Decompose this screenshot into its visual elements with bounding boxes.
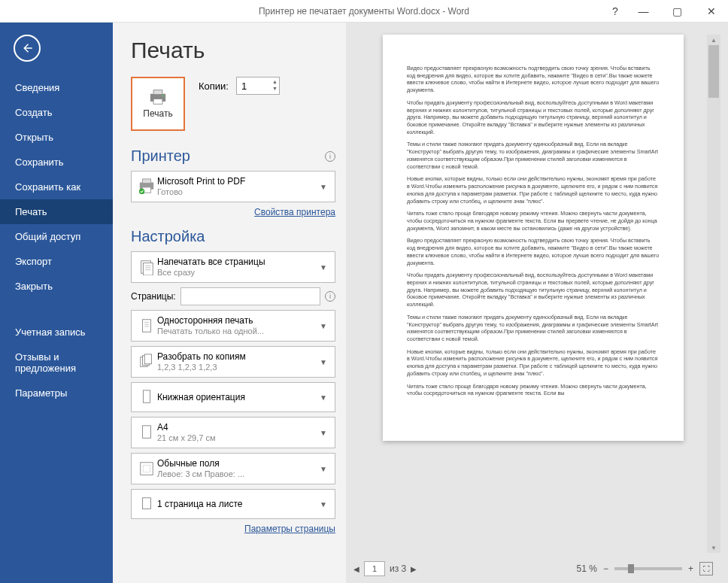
print-preview: Видео предоставляет прекрасную возможнос… (346, 23, 728, 583)
prev-page-button[interactable]: ◀ (353, 565, 359, 573)
pages-input[interactable] (180, 287, 320, 305)
zoom-label: 51 % (577, 563, 597, 574)
printer-status-icon (136, 178, 157, 195)
chevron-down-icon: ▼ (317, 263, 330, 272)
sidebar-item-feedback[interactable]: Отзывы и предложения (0, 345, 113, 381)
opt-title: Обычные поля (157, 458, 317, 469)
sides-dropdown[interactable]: Односторонняя печатьПечатать только на о… (131, 310, 335, 342)
printer-icon (147, 89, 168, 105)
settings-section-header: Настройка (131, 228, 205, 245)
svg-rect-21 (143, 426, 151, 439)
print-button-label: Печать (143, 108, 172, 119)
page-setup-link[interactable]: Параметры страницы (244, 524, 335, 534)
title-controls: ? — ▢ ✕ (559, 0, 728, 23)
copies-label: Копии: (199, 80, 229, 92)
svg-rect-22 (141, 463, 153, 475)
sidebar-item-share[interactable]: Общий доступ (0, 224, 113, 249)
opt-title: Напечатать все страницы (157, 257, 317, 267)
opt-title: Односторонняя печать (157, 315, 317, 326)
sidebar-item-saveas[interactable]: Сохранить как (0, 175, 113, 199)
opt-sub: Левое: 3 см Правое: ... (157, 469, 317, 479)
chevron-down-icon: ▼ (317, 322, 330, 330)
sidebar-item-new[interactable]: Создать (0, 100, 113, 125)
opt-sub: 1,2,3 1,2,3 1,2,3 (157, 363, 317, 372)
zoom-slider-knob[interactable] (628, 564, 634, 573)
print-what-dropdown[interactable]: Напечатать все страницыВсе сразу ▼ (131, 251, 335, 283)
sidebar-item-open[interactable]: Открыть (0, 125, 113, 150)
sidebar-item-info[interactable]: Сведения (0, 75, 113, 100)
portrait-icon (136, 389, 157, 405)
svg-rect-5 (143, 179, 151, 184)
sidebar-item-export[interactable]: Экспорт (0, 249, 113, 274)
page-title: Печать (131, 38, 335, 63)
svg-point-3 (162, 95, 164, 96)
backstage-sidebar: Сведения Создать Открыть Сохранить Сохра… (0, 23, 113, 583)
opt-title: Книжная ориентация (157, 392, 317, 402)
opt-sub: 21 см x 29,7 см (157, 433, 317, 443)
next-page-button[interactable]: ▶ (411, 565, 417, 573)
collate-icon (136, 354, 157, 370)
printer-section-header: Принтер (131, 147, 190, 165)
svg-rect-24 (143, 498, 151, 509)
spinner-arrows-icon[interactable]: ▲▼ (272, 78, 278, 92)
sidebar-item-options[interactable]: Параметры (0, 381, 113, 405)
sidebar-item-print[interactable]: Печать (0, 199, 113, 224)
page-count-label: из 3 (390, 563, 406, 574)
zoom-in-button[interactable]: + (688, 563, 693, 574)
info-icon[interactable]: i (325, 151, 335, 162)
collate-dropdown[interactable]: Разобрать по копиям1,2,3 1,2,3 1,2,3 ▼ (131, 346, 335, 378)
page-number-input[interactable]: 1 (364, 561, 385, 576)
back-button[interactable] (14, 35, 41, 62)
scroll-up-icon[interactable]: ▲ (707, 35, 720, 45)
preview-page: Видео предоставляет прекрасную возможнос… (383, 35, 684, 441)
opt-title: A4 (157, 422, 317, 433)
zoom-slider[interactable] (614, 567, 682, 570)
copies-input[interactable]: 1 ▲▼ (236, 77, 280, 95)
opt-title: 1 страница на листе (157, 499, 317, 509)
print-panel: Печать Печать Копии: 1 ▲▼ Принте (113, 23, 346, 583)
pages-all-icon (136, 259, 157, 275)
titlebar: Принтер не печатает документы Word.docx … (0, 0, 728, 23)
opt-title: Разобрать по копиям (157, 351, 317, 362)
svg-rect-2 (153, 99, 162, 105)
one-sided-icon (136, 317, 157, 334)
orientation-dropdown[interactable]: Книжная ориентация ▼ (131, 382, 335, 412)
svg-rect-20 (143, 390, 150, 403)
sidebar-item-save[interactable]: Сохранить (0, 150, 113, 175)
pages-label: Страницы: (131, 291, 176, 302)
margins-dropdown[interactable]: Обычные поляЛевое: 3 см Правое: ... ▼ (131, 453, 335, 484)
sidebar-item-close[interactable]: Закрыть (0, 274, 113, 299)
scrollbar-thumb[interactable] (708, 45, 719, 98)
opt-sub: Все сразу (157, 268, 317, 278)
fit-to-page-button[interactable]: ⛶ (699, 562, 713, 575)
chevron-down-icon: ▼ (317, 358, 330, 366)
vertical-scrollbar[interactable]: ▲ ▼ (707, 35, 720, 553)
printer-status: Готово (157, 187, 317, 197)
chevron-down-icon: ▼ (317, 500, 330, 509)
paper-size-dropdown[interactable]: A421 см x 29,7 см ▼ (131, 417, 335, 448)
printer-dropdown[interactable]: Microsoft Print to PDF Готово ▼ (131, 171, 335, 202)
page-size-icon (136, 424, 157, 441)
print-button[interactable]: Печать (131, 77, 185, 131)
maximize-icon[interactable]: ▢ (660, 0, 694, 23)
chevron-down-icon: ▼ (317, 183, 330, 191)
margins-icon (136, 460, 157, 477)
arrow-left-icon (20, 41, 34, 55)
zoom-out-button[interactable]: − (603, 563, 608, 574)
scroll-down-icon[interactable]: ▼ (707, 542, 720, 553)
pages-per-sheet-dropdown[interactable]: 1 страница на листе ▼ (131, 489, 335, 519)
sidebar-item-account[interactable]: Учетная запись (0, 320, 113, 345)
chevron-down-icon: ▼ (317, 393, 330, 402)
printer-name: Microsoft Print to PDF (157, 176, 317, 187)
printer-properties-link[interactable]: Свойства принтера (254, 207, 335, 217)
svg-rect-13 (143, 320, 151, 332)
close-icon[interactable]: ✕ (694, 0, 728, 23)
svg-rect-19 (144, 354, 151, 364)
svg-rect-9 (143, 263, 153, 276)
one-per-sheet-icon (136, 496, 157, 512)
minimize-icon[interactable]: — (626, 0, 660, 23)
window-title: Принтер не печатает документы Word.docx … (259, 6, 469, 17)
chevron-down-icon: ▼ (317, 465, 330, 473)
info-icon[interactable]: i (325, 291, 335, 302)
help-icon[interactable]: ? (604, 0, 626, 23)
